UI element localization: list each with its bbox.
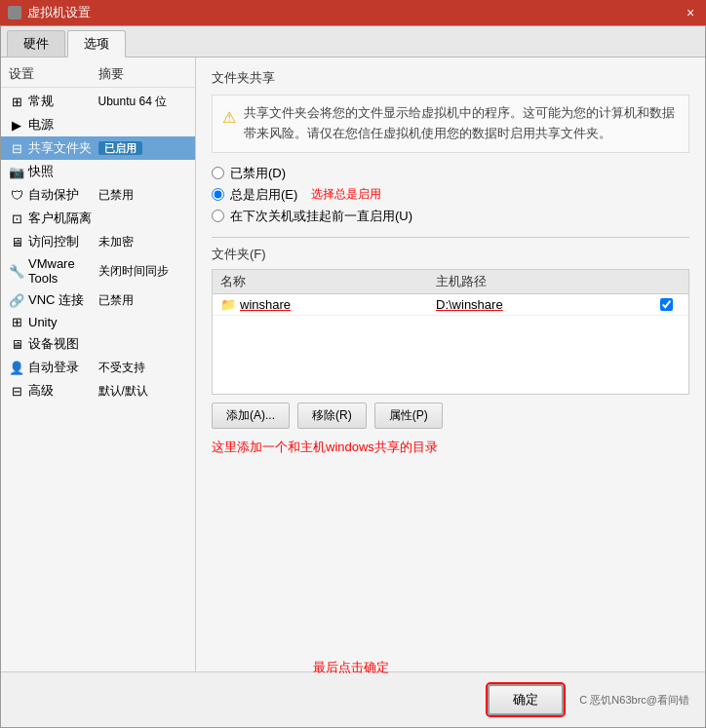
row-path-value: D:\winshare (436, 297, 651, 312)
row-checkbox-cell (651, 298, 681, 311)
access-control-label: 访问控制 (28, 233, 79, 250)
vnc-label: VNC 连接 (28, 291, 84, 309)
bottom-buttons: 确定 C 恶饥N63brc@看间错 (488, 684, 689, 715)
general-label: 常规 (28, 93, 54, 110)
general-value: Ubuntu 64 位 (98, 94, 188, 110)
radio-group-sharing: 已禁用(D) 总是启用(E) 选择总是启用 在下次关机或挂起前一直启用(U) (212, 165, 689, 225)
setting-item-vmware-tools[interactable]: 🔧 VMware Tools 关闭时间同步 (1, 253, 195, 288)
files-button-row: 添加(A)... 移除(R) 属性(P) (212, 402, 689, 429)
add-button[interactable]: 添加(A)... (212, 402, 290, 429)
autoprotect-icon: 🛡 (9, 188, 24, 202)
bottom-hint: 最后点击确定 (313, 659, 389, 676)
row-name-value: winshare (240, 297, 291, 312)
shared-folders-label: 共享文件夹 (28, 139, 92, 157)
setting-item-unity[interactable]: ⊞ Unity (1, 312, 195, 332)
setting-item-vnc[interactable]: 🔗 VNC 连接 已禁用 (1, 288, 195, 312)
radio-until-shutdown-label: 在下次关机或挂起前一直启用(U) (230, 208, 412, 225)
properties-button[interactable]: 属性(P) (374, 402, 443, 429)
right-panel: 文件夹共享 ⚠ 共享文件夹会将您的文件显示给虚拟机中的程序。这可能为您的计算机和… (196, 57, 705, 671)
setting-item-access-control[interactable]: 🖥 访问控制 未加密 (1, 230, 195, 253)
setting-item-advanced[interactable]: ⊟ 高级 默认/默认 (1, 379, 195, 402)
radio-disabled[interactable] (212, 167, 224, 179)
autoprotect-label: 自动保护 (28, 186, 79, 204)
radio-item-disabled: 已禁用(D) (212, 165, 689, 182)
snapshot-label: 快照 (28, 163, 54, 180)
advanced-label: 高级 (28, 382, 54, 400)
guest-isolation-label: 客户机隔离 (28, 210, 92, 227)
col-header-summary: 摘要 (98, 65, 188, 83)
autologin-label: 自动登录 (28, 359, 79, 376)
files-section-label: 文件夹(F) (212, 246, 689, 263)
info-text: 共享文件夹会将您的文件显示给虚拟机中的程序。这可能为您的计算机和数据带来风险。请… (244, 103, 679, 144)
radio-always[interactable] (212, 188, 224, 201)
left-header: 设置 摘要 (1, 65, 195, 88)
vmware-tools-icon: 🔧 (9, 264, 24, 278)
col-name-header: 名称 (220, 273, 436, 290)
setting-item-autologin[interactable]: 👤 自动登录 不受支持 (1, 356, 195, 379)
device-view-icon: 🖥 (9, 337, 24, 351)
tab-options[interactable]: 选项 (67, 30, 126, 57)
table-row: 📁 winshare D:\winshare (213, 294, 688, 316)
main-window: 硬件 选项 设置 摘要 ⊞ 常规 Ubuntu 64 位 ▶ 电源 (0, 25, 706, 728)
bottom-area: 最后点击确定 确定 C 恶饥N63brc@看间错 (1, 671, 705, 727)
radio-annotation: 选择总是启用 (311, 186, 381, 203)
guest-isolation-icon: ⊡ (9, 211, 24, 225)
title-bar: 虚拟机设置 × (0, 0, 706, 25)
files-table-header: 名称 主机路径 (213, 270, 688, 294)
shared-folders-icon: ⊟ (9, 141, 24, 155)
vnc-value: 已禁用 (98, 292, 188, 309)
radio-item-always: 总是启用(E) 选择总是启用 (212, 186, 689, 204)
section-title-folder-sharing: 文件夹共享 (212, 69, 689, 87)
enabled-badge: 已启用 (98, 141, 142, 155)
unity-icon: ⊞ (9, 316, 24, 329)
row-checkbox[interactable] (660, 298, 673, 311)
content-area: 设置 摘要 ⊞ 常规 Ubuntu 64 位 ▶ 电源 (1, 57, 705, 671)
setting-item-device-view[interactable]: 🖥 设备视图 (1, 332, 195, 356)
autologin-value: 不受支持 (98, 360, 188, 376)
ok-button[interactable]: 确定 (488, 684, 564, 715)
setting-item-power[interactable]: ▶ 电源 (1, 113, 195, 136)
folder-icon: 📁 (220, 297, 236, 312)
close-button[interactable]: × (683, 5, 698, 20)
power-icon: ▶ (9, 118, 24, 132)
col-path-header: 主机路径 (436, 273, 651, 290)
unity-label: Unity (28, 315, 58, 329)
setting-item-shared-folders[interactable]: ⊟ 共享文件夹 已启用 (1, 136, 195, 160)
access-control-value: 未加密 (98, 234, 188, 250)
radio-always-label: 总是启用(E) (230, 186, 297, 204)
col-check-header (651, 273, 681, 290)
remove-button[interactable]: 移除(R) (297, 402, 367, 429)
setting-item-guest-isolation[interactable]: ⊡ 客户机隔离 (1, 207, 195, 230)
files-hint-text: 这里添加一个和主机windows共享的目录 (212, 439, 689, 456)
section-divider (212, 237, 689, 238)
device-view-label: 设备视图 (28, 335, 79, 353)
autologin-icon: 👤 (9, 361, 24, 374)
setting-item-snapshot[interactable]: 📷 快照 (1, 160, 195, 183)
warning-icon: ⚠ (222, 105, 236, 144)
info-box: ⚠ 共享文件夹会将您的文件显示给虚拟机中的程序。这可能为您的计算机和数据带来风险… (212, 95, 689, 153)
setting-item-autoprotect[interactable]: 🛡 自动保护 已禁用 (1, 183, 195, 207)
power-label: 电源 (28, 116, 54, 134)
status-bar-text: C 恶饥N63brc@看间错 (579, 693, 689, 708)
files-table: 名称 主机路径 📁 winshare D:\winshare (212, 269, 689, 395)
title-bar-icon (8, 6, 21, 19)
advanced-value: 默认/默认 (98, 383, 188, 400)
advanced-icon: ⊟ (9, 384, 24, 398)
general-icon: ⊞ (9, 95, 24, 108)
vnc-icon: 🔗 (9, 293, 24, 307)
vmware-tools-value: 关闭时间同步 (98, 263, 188, 280)
left-panel: 设置 摘要 ⊞ 常规 Ubuntu 64 位 ▶ 电源 (1, 57, 196, 671)
tabs-bar: 硬件 选项 (1, 26, 705, 57)
files-section: 文件夹(F) 名称 主机路径 📁 winshare D:\winshare (212, 246, 689, 456)
shared-folders-value: 已启用 (98, 141, 188, 156)
files-table-empty (213, 316, 688, 394)
radio-until-shutdown[interactable] (212, 210, 224, 222)
tab-hardware[interactable]: 硬件 (7, 30, 65, 57)
setting-item-general[interactable]: ⊞ 常规 Ubuntu 64 位 (1, 90, 195, 113)
col-header-settings: 设置 (9, 65, 98, 83)
radio-item-until-shutdown: 在下次关机或挂起前一直启用(U) (212, 208, 689, 225)
row-name-cell: 📁 winshare (220, 297, 436, 312)
autoprotect-value: 已禁用 (98, 187, 188, 204)
access-control-icon: 🖥 (9, 235, 24, 249)
title-bar-title: 虚拟机设置 (27, 4, 91, 21)
